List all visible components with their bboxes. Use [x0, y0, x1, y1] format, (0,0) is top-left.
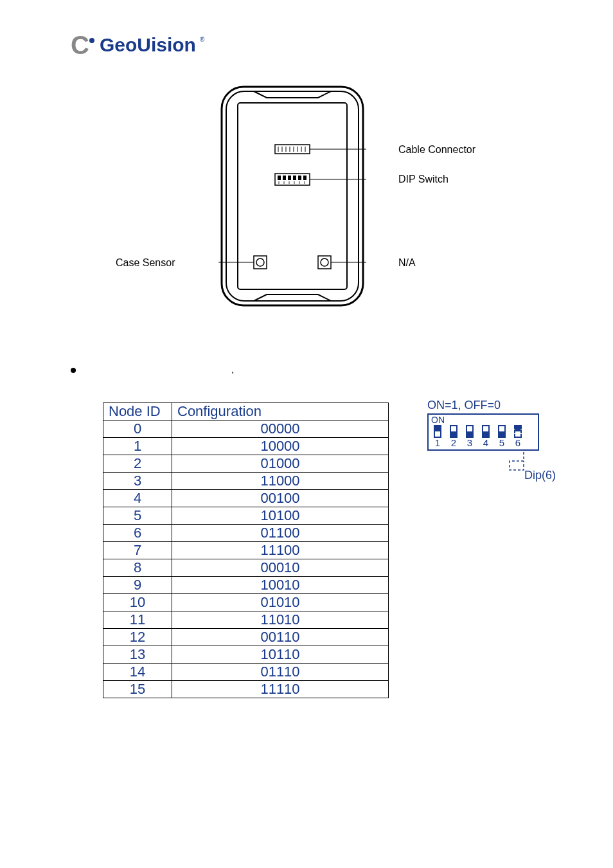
- svg-point-28: [321, 258, 328, 266]
- switch-icon: [434, 425, 441, 438]
- table-body: 000000 110000 201000 311000 400100 51010…: [103, 420, 389, 698]
- bullet-text: ,: [84, 364, 234, 377]
- dip-switch-diagram: ON=1, OFF=0 ON 1 2 3 4 5 6 Dip(6): [427, 399, 539, 483]
- dip-slot-1: 1: [432, 425, 443, 448]
- svg-rect-17: [298, 176, 301, 180]
- table-row: 311000: [103, 473, 389, 490]
- dip-legend: ON=1, OFF=0: [427, 399, 539, 412]
- svg-rect-14: [283, 176, 286, 180]
- switch-icon: [450, 425, 458, 438]
- table-row: 601100: [103, 525, 389, 542]
- table-row: 711100: [103, 542, 389, 559]
- switch-icon: [498, 425, 506, 438]
- device-figure: Cable Connector DIP Switch N/A Case Sens…: [64, 84, 549, 354]
- svg-rect-3: [275, 145, 310, 154]
- svg-point-26: [256, 258, 264, 266]
- table-row: 1401110: [103, 664, 389, 681]
- dip-slot-5: 5: [497, 425, 507, 448]
- table-row: 1310110: [103, 646, 389, 664]
- table-row: 400100: [103, 490, 389, 507]
- page: C GeoUision ®: [0, 0, 613, 868]
- label-cable-connector: Cable Connector: [398, 144, 475, 156]
- table-row: 1001010: [103, 594, 389, 611]
- logo-dot-icon: [89, 38, 94, 43]
- dip-slot-2: 2: [449, 425, 459, 448]
- device-outline-icon: [218, 84, 366, 309]
- switch-icon: [466, 425, 474, 438]
- label-dip-switch: DIP Switch: [398, 174, 449, 185]
- content-row: Node ID Configuration 000000 110000 2010…: [103, 402, 549, 698]
- table-header-row: Node ID Configuration: [103, 403, 389, 420]
- table-row: 510100: [103, 507, 389, 525]
- table-row: 910010: [103, 577, 389, 594]
- brand-logo: C GeoUision ®: [71, 32, 549, 58]
- dip-callout-label: Dip(6): [524, 469, 556, 482]
- svg-rect-16: [293, 176, 296, 180]
- svg-rect-1: [226, 91, 359, 301]
- col-header-node-id: Node ID: [103, 403, 172, 420]
- dip-slot-6: 6: [513, 425, 523, 448]
- dip-slot-4: 4: [481, 425, 491, 448]
- table-row: 201000: [103, 455, 389, 473]
- svg-rect-25: [254, 256, 267, 269]
- switch-icon: [482, 425, 490, 438]
- brand-name: GeoUision: [100, 34, 196, 56]
- label-na: N/A: [398, 257, 416, 269]
- svg-rect-0: [222, 87, 363, 305]
- bullet-icon: [71, 368, 76, 373]
- table-row: 1111010: [103, 611, 389, 629]
- table-row: 800010: [103, 559, 389, 577]
- table-row: 1511110: [103, 681, 389, 698]
- bullet-paragraph: ,: [71, 364, 549, 377]
- dip-box: ON 1 2 3 4 5 6: [427, 413, 539, 451]
- dip-slot-3: 3: [465, 425, 475, 448]
- svg-rect-18: [303, 176, 306, 180]
- table-row: 000000: [103, 420, 389, 438]
- svg-rect-13: [278, 176, 281, 180]
- svg-rect-15: [288, 176, 291, 180]
- device-svg: [218, 84, 366, 309]
- dip-on-label: ON: [431, 415, 445, 425]
- dip-slots: 1 2 3 4 5 6: [432, 425, 523, 448]
- dip-callout: Dip(6): [427, 451, 537, 483]
- table-row: 110000: [103, 438, 389, 455]
- table-row: 1200110: [103, 629, 389, 646]
- label-case-sensor: Case Sensor: [116, 257, 175, 269]
- switch-icon: [514, 425, 522, 438]
- trademark-icon: ®: [200, 36, 204, 43]
- col-header-configuration: Configuration: [172, 403, 389, 420]
- svg-rect-27: [318, 256, 331, 269]
- logo-mark-icon: C: [71, 32, 89, 58]
- nodeid-table: Node ID Configuration 000000 110000 2010…: [103, 402, 389, 698]
